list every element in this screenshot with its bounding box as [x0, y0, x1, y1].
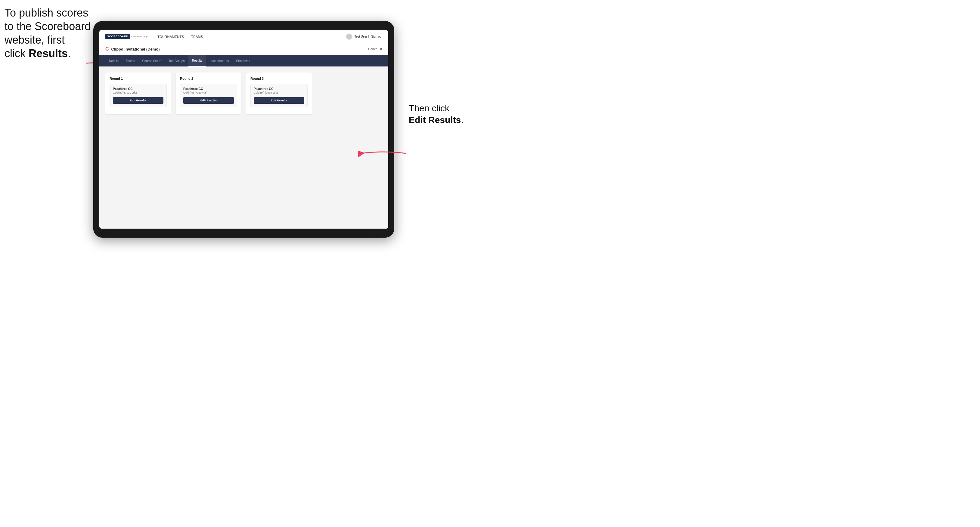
- tournament-title-row: C Clippd Invitational (Demo): [105, 46, 160, 52]
- instruction-right: Then click Edit Results.: [409, 102, 481, 126]
- tab-teams[interactable]: Teams: [122, 55, 138, 67]
- round-2-course-card: Peachtree GC Gold (M) (7010 yds) Edit Re…: [180, 84, 237, 107]
- edit-results-btn-3[interactable]: Edit Results: [254, 97, 304, 104]
- round-4-column-empty: [317, 73, 382, 114]
- round-2-course-details: Gold (M) (7010 yds): [183, 91, 234, 94]
- tournament-name: Clippd Invitational (Demo): [111, 47, 160, 51]
- arrow-to-edit-results: [358, 144, 409, 162]
- user-avatar: [346, 34, 352, 40]
- nav-links: TOURNAMENTS TEAMS: [158, 35, 346, 38]
- round-3-course-card: Peachtree GC Gold (M) (7010 yds) Edit Re…: [250, 84, 308, 107]
- nav-teams[interactable]: TEAMS: [191, 35, 203, 38]
- round-2-title: Round 2: [180, 77, 237, 80]
- rounds-grid: Round 1 Peachtree GC Gold (M) (7010 yds)…: [105, 73, 382, 114]
- edit-results-btn-2[interactable]: Edit Results: [183, 97, 234, 104]
- tab-details[interactable]: Details: [105, 55, 122, 67]
- signout-link[interactable]: Sign out: [371, 35, 382, 38]
- round-1-title: Round 1: [110, 77, 167, 80]
- instruction-line4-suffix: .: [68, 47, 71, 60]
- round-1-course-card: Peachtree GC Gold (M) (7010 yds) Edit Re…: [110, 84, 167, 107]
- scoreboard-logo: SCOREBOARD: [105, 34, 130, 40]
- nav-tournaments[interactable]: TOURNAMENTS: [158, 35, 184, 38]
- tabs-bar: Details Teams Course Setup Tee Groups Re…: [99, 55, 388, 67]
- top-nav: SCOREBOARD Powered by clippd TOURNAMENTS…: [99, 30, 388, 43]
- tournament-header: C Clippd Invitational (Demo) Cancel ✕: [99, 43, 388, 55]
- cancel-button[interactable]: Cancel ✕: [368, 47, 382, 51]
- tab-printables[interactable]: Printables: [233, 55, 254, 67]
- user-label: Test User |: [355, 35, 369, 38]
- logo-area: SCOREBOARD Powered by clippd: [105, 34, 148, 40]
- instruction-line2: to the Scoreboard: [5, 20, 91, 32]
- round-3-course-details: Gold (M) (7010 yds): [254, 91, 304, 94]
- instruction-edit-results-bold: Edit Results: [409, 115, 461, 125]
- logo-subtitle: Powered by clippd: [131, 35, 148, 38]
- instruction-left: To publish scores to the Scoreboard webs…: [5, 6, 92, 60]
- tab-tee-groups[interactable]: Tee Groups: [165, 55, 188, 67]
- instruction-results-bold: Results: [29, 47, 68, 60]
- tab-results[interactable]: Results: [188, 55, 206, 67]
- tablet-frame: SCOREBOARD Powered by clippd TOURNAMENTS…: [93, 21, 394, 238]
- instruction-right-suffix: .: [461, 115, 463, 125]
- round-2-column: Round 2 Peachtree GC Gold (M) (7010 yds)…: [176, 73, 242, 114]
- tablet-screen: SCOREBOARD Powered by clippd TOURNAMENTS…: [99, 30, 388, 229]
- round-3-column: Round 3 Peachtree GC Gold (M) (7010 yds)…: [246, 73, 312, 114]
- main-content: Round 1 Peachtree GC Gold (M) (7010 yds)…: [99, 67, 388, 229]
- instruction-line1: To publish scores: [5, 6, 88, 19]
- round-3-course-name: Peachtree GC: [254, 87, 304, 90]
- instruction-then-click: Then click: [409, 103, 449, 113]
- round-1-column: Round 1 Peachtree GC Gold (M) (7010 yds)…: [105, 73, 171, 114]
- instruction-line4-prefix: click: [5, 47, 29, 60]
- instruction-line3: website, first: [5, 34, 65, 46]
- c-icon: C: [105, 46, 109, 52]
- round-3-title: Round 3: [250, 77, 308, 80]
- edit-results-btn-1[interactable]: Edit Results: [113, 97, 164, 104]
- round-1-course-details: Gold (M) (7010 yds): [113, 91, 164, 94]
- round-1-course-name: Peachtree GC: [113, 87, 164, 90]
- tab-leaderboards[interactable]: Leaderboards: [206, 55, 232, 67]
- round-2-course-name: Peachtree GC: [183, 87, 234, 90]
- nav-right: Test User | Sign out: [346, 34, 382, 40]
- tab-course-setup[interactable]: Course Setup: [138, 55, 165, 67]
